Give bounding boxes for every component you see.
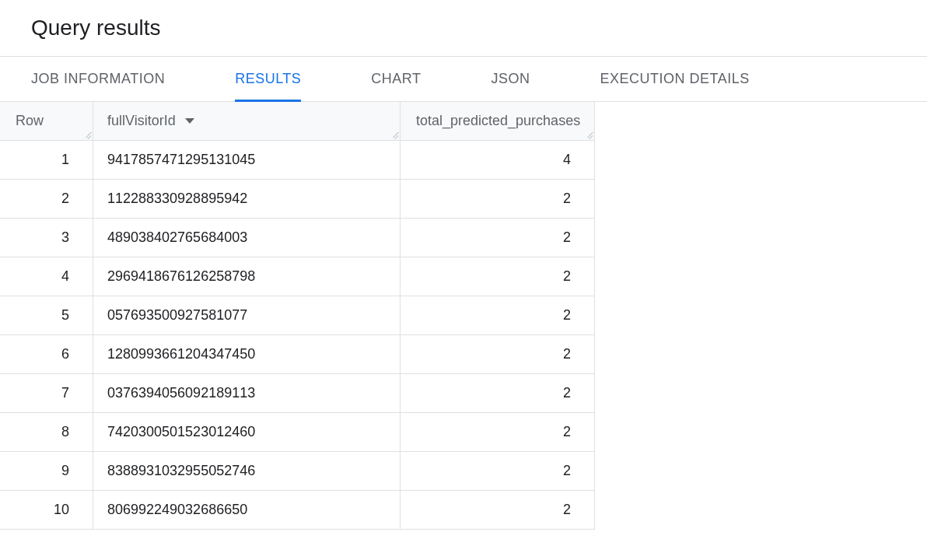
column-header-fullvisitorid[interactable]: fullVisitorId (93, 102, 401, 140)
cell-total-predicted: 2 (401, 374, 595, 412)
cell-row-number: 6 (0, 335, 93, 373)
tab-execution-details[interactable]: EXECUTION DETAILS (600, 57, 781, 101)
cell-fullvisitorid: 112288330928895942 (93, 180, 401, 218)
table-row[interactable]: 21122883309288959422 (0, 180, 595, 219)
tabs-bar: JOB INFORMATION RESULTS CHART JSON EXECU… (0, 56, 927, 102)
cell-total-predicted: 2 (401, 257, 595, 296)
cell-fullvisitorid: 806992249032686650 (93, 491, 401, 529)
tab-results[interactable]: RESULTS (235, 57, 332, 101)
resize-handle-icon[interactable] (585, 131, 593, 138)
cell-total-predicted: 2 (401, 219, 595, 257)
tab-job-information[interactable]: JOB INFORMATION (31, 57, 196, 101)
cell-fullvisitorid: 057693500927581077 (93, 296, 401, 334)
column-header-total-predicted[interactable]: total_predicted_purchases (401, 102, 595, 140)
table-row[interactable]: 983889310329550527462 (0, 452, 595, 491)
cell-row-number: 5 (0, 296, 93, 334)
cell-row-number: 10 (0, 491, 93, 529)
cell-total-predicted: 2 (401, 491, 595, 529)
table-row[interactable]: 703763940560921891132 (0, 374, 595, 413)
cell-fullvisitorid: 7420300501523012460 (93, 413, 401, 451)
tab-chart[interactable]: CHART (371, 57, 452, 101)
table-row[interactable]: 612809936612043474502 (0, 335, 595, 374)
cell-row-number: 3 (0, 219, 93, 257)
table-row[interactable]: 50576935009275810772 (0, 296, 595, 335)
resize-handle-icon[interactable] (83, 131, 91, 138)
page-title: Query results (31, 16, 896, 40)
cell-fullvisitorid: 1280993661204347450 (93, 335, 401, 373)
resize-handle-icon[interactable] (390, 131, 398, 138)
table-row[interactable]: 108069922490326866502 (0, 491, 595, 530)
column-header-label: total_predicted_purchases (416, 113, 580, 129)
cell-fullvisitorid: 489038402765684003 (93, 219, 401, 257)
cell-total-predicted: 2 (401, 180, 595, 218)
cell-row-number: 1 (0, 141, 93, 179)
cell-total-predicted: 4 (401, 141, 595, 179)
cell-fullvisitorid: 2969418676126258798 (93, 257, 401, 296)
column-header-label: fullVisitorId (107, 113, 176, 129)
cell-row-number: 7 (0, 374, 93, 412)
cell-row-number: 4 (0, 257, 93, 296)
column-header-row[interactable]: Row (0, 102, 93, 140)
cell-fullvisitorid: 8388931032955052746 (93, 452, 401, 490)
results-table: Row fullVisitorId total_predicted_purcha… (0, 102, 595, 530)
cell-row-number: 8 (0, 413, 93, 451)
table-header-row: Row fullVisitorId total_predicted_purcha… (0, 102, 595, 141)
table-row[interactable]: 194178574712951310454 (0, 141, 595, 180)
cell-total-predicted: 2 (401, 335, 595, 373)
tab-json[interactable]: JSON (491, 57, 561, 101)
column-header-label: Row (16, 113, 44, 129)
table-row[interactable]: 34890384027656840032 (0, 219, 595, 257)
cell-fullvisitorid: 9417857471295131045 (93, 141, 401, 179)
cell-total-predicted: 2 (401, 296, 595, 334)
cell-row-number: 9 (0, 452, 93, 490)
table-row[interactable]: 874203005015230124602 (0, 413, 595, 452)
cell-row-number: 2 (0, 180, 93, 218)
cell-total-predicted: 2 (401, 413, 595, 451)
cell-total-predicted: 2 (401, 452, 595, 490)
header: Query results (0, 0, 927, 56)
sort-desc-icon (185, 118, 194, 124)
table-row[interactable]: 429694186761262587982 (0, 257, 595, 296)
cell-fullvisitorid: 0376394056092189113 (93, 374, 401, 412)
